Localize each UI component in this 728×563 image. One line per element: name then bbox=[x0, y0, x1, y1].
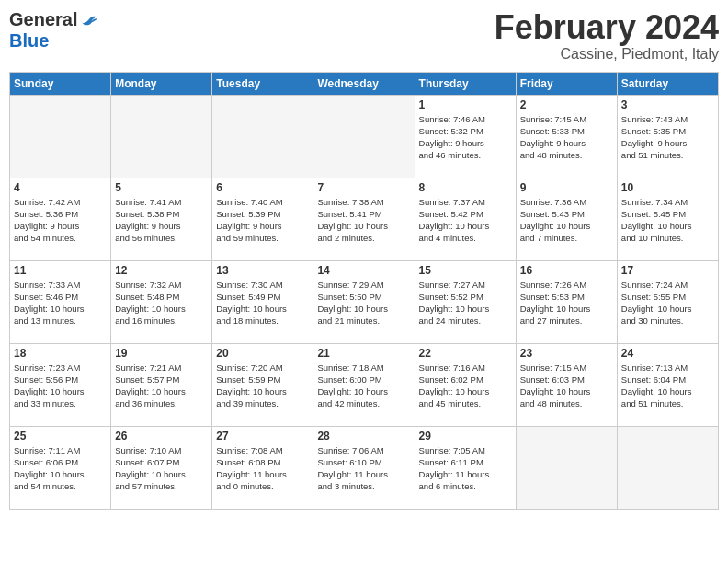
day-number: 17 bbox=[621, 264, 714, 277]
day-number: 25 bbox=[14, 430, 107, 442]
day-detail: Sunrise: 7:33 AM Sunset: 5:46 PM Dayligh… bbox=[14, 279, 107, 327]
calendar-day-cell: 23Sunrise: 7:15 AM Sunset: 6:03 PM Dayli… bbox=[516, 343, 617, 426]
location-text: Cassine, Piedmont, Italy bbox=[495, 46, 719, 63]
weekday-header-thursday: Thursday bbox=[415, 72, 516, 95]
day-detail: Sunrise: 7:16 AM Sunset: 6:02 PM Dayligh… bbox=[419, 362, 512, 410]
calendar-day-cell bbox=[313, 95, 415, 178]
weekday-header-saturday: Saturday bbox=[617, 72, 718, 95]
day-detail: Sunrise: 7:40 AM Sunset: 5:39 PM Dayligh… bbox=[216, 196, 309, 245]
day-detail: Sunrise: 7:43 AM Sunset: 5:35 PM Dayligh… bbox=[621, 113, 714, 162]
calendar-week-row: 18Sunrise: 7:23 AM Sunset: 5:56 PM Dayli… bbox=[10, 343, 719, 426]
weekday-header-wednesday: Wednesday bbox=[313, 72, 415, 95]
day-number: 6 bbox=[216, 181, 309, 194]
calendar-day-cell: 17Sunrise: 7:24 AM Sunset: 5:55 PM Dayli… bbox=[617, 260, 718, 343]
day-detail: Sunrise: 7:29 AM Sunset: 5:50 PM Dayligh… bbox=[317, 279, 410, 327]
day-number: 14 bbox=[317, 264, 410, 277]
day-detail: Sunrise: 7:05 AM Sunset: 6:11 PM Dayligh… bbox=[419, 444, 512, 493]
day-number: 4 bbox=[14, 181, 107, 194]
calendar-day-cell: 10Sunrise: 7:34 AM Sunset: 5:45 PM Dayli… bbox=[617, 178, 718, 260]
day-detail: Sunrise: 7:10 AM Sunset: 6:07 PM Dayligh… bbox=[115, 444, 208, 493]
calendar-week-row: 1Sunrise: 7:46 AM Sunset: 5:32 PM Daylig… bbox=[10, 95, 719, 178]
calendar-week-row: 25Sunrise: 7:11 AM Sunset: 6:06 PM Dayli… bbox=[10, 426, 719, 509]
calendar-day-cell: 22Sunrise: 7:16 AM Sunset: 6:02 PM Dayli… bbox=[415, 343, 516, 426]
day-number: 5 bbox=[115, 181, 208, 194]
weekday-header-row: SundayMondayTuesdayWednesdayThursdayFrid… bbox=[10, 72, 719, 95]
calendar-day-cell: 1Sunrise: 7:46 AM Sunset: 5:32 PM Daylig… bbox=[415, 95, 516, 178]
day-detail: Sunrise: 7:23 AM Sunset: 5:56 PM Dayligh… bbox=[14, 362, 107, 410]
day-detail: Sunrise: 7:11 AM Sunset: 6:06 PM Dayligh… bbox=[14, 444, 107, 493]
day-detail: Sunrise: 7:34 AM Sunset: 5:45 PM Dayligh… bbox=[621, 196, 714, 245]
day-number: 3 bbox=[621, 98, 714, 111]
calendar-day-cell: 20Sunrise: 7:20 AM Sunset: 5:59 PM Dayli… bbox=[212, 343, 313, 426]
day-number: 10 bbox=[621, 181, 714, 194]
day-number: 1 bbox=[419, 98, 512, 111]
day-detail: Sunrise: 7:38 AM Sunset: 5:41 PM Dayligh… bbox=[317, 196, 410, 245]
day-number: 22 bbox=[419, 347, 512, 360]
calendar-week-row: 11Sunrise: 7:33 AM Sunset: 5:46 PM Dayli… bbox=[10, 260, 719, 343]
calendar-day-cell: 21Sunrise: 7:18 AM Sunset: 6:00 PM Dayli… bbox=[313, 343, 415, 426]
day-detail: Sunrise: 7:21 AM Sunset: 5:57 PM Dayligh… bbox=[115, 362, 208, 410]
calendar-day-cell: 24Sunrise: 7:13 AM Sunset: 6:04 PM Dayli… bbox=[617, 343, 718, 426]
day-number: 27 bbox=[216, 430, 309, 442]
calendar-day-cell: 8Sunrise: 7:37 AM Sunset: 5:42 PM Daylig… bbox=[415, 178, 516, 260]
day-number: 7 bbox=[317, 181, 410, 194]
calendar-day-cell bbox=[516, 426, 617, 509]
calendar-day-cell: 19Sunrise: 7:21 AM Sunset: 5:57 PM Dayli… bbox=[111, 343, 212, 426]
day-detail: Sunrise: 7:08 AM Sunset: 6:08 PM Dayligh… bbox=[216, 444, 309, 493]
day-number: 26 bbox=[115, 430, 208, 442]
calendar-day-cell: 12Sunrise: 7:32 AM Sunset: 5:48 PM Dayli… bbox=[111, 260, 212, 343]
calendar-day-cell: 14Sunrise: 7:29 AM Sunset: 5:50 PM Dayli… bbox=[313, 260, 415, 343]
logo-general-text: General bbox=[9, 9, 77, 30]
calendar-day-cell: 28Sunrise: 7:06 AM Sunset: 6:10 PM Dayli… bbox=[313, 426, 415, 509]
day-detail: Sunrise: 7:32 AM Sunset: 5:48 PM Dayligh… bbox=[115, 279, 208, 327]
calendar-day-cell: 3Sunrise: 7:43 AM Sunset: 5:35 PM Daylig… bbox=[617, 95, 718, 178]
day-detail: Sunrise: 7:30 AM Sunset: 5:49 PM Dayligh… bbox=[216, 279, 309, 327]
day-number: 23 bbox=[520, 347, 613, 360]
logo-blue-text: Blue bbox=[9, 30, 49, 52]
day-detail: Sunrise: 7:26 AM Sunset: 5:53 PM Dayligh… bbox=[520, 279, 613, 327]
day-detail: Sunrise: 7:13 AM Sunset: 6:04 PM Dayligh… bbox=[621, 362, 714, 410]
day-detail: Sunrise: 7:06 AM Sunset: 6:10 PM Dayligh… bbox=[317, 444, 410, 493]
calendar-day-cell bbox=[111, 95, 212, 178]
calendar-day-cell: 4Sunrise: 7:42 AM Sunset: 5:36 PM Daylig… bbox=[10, 178, 111, 260]
day-number: 18 bbox=[14, 347, 107, 360]
day-number: 12 bbox=[115, 264, 208, 277]
weekday-header-friday: Friday bbox=[516, 72, 617, 95]
day-detail: Sunrise: 7:42 AM Sunset: 5:36 PM Dayligh… bbox=[14, 196, 107, 245]
page-header: General Blue February 2024 Cassine, Pied… bbox=[9, 9, 719, 63]
title-area: February 2024 Cassine, Piedmont, Italy bbox=[495, 9, 719, 63]
day-number: 20 bbox=[216, 347, 309, 360]
calendar-day-cell: 18Sunrise: 7:23 AM Sunset: 5:56 PM Dayli… bbox=[10, 343, 111, 426]
day-detail: Sunrise: 7:41 AM Sunset: 5:38 PM Dayligh… bbox=[115, 196, 208, 245]
month-title: February 2024 bbox=[495, 9, 719, 46]
calendar-table: SundayMondayTuesdayWednesdayThursdayFrid… bbox=[9, 72, 719, 510]
calendar-day-cell: 25Sunrise: 7:11 AM Sunset: 6:06 PM Dayli… bbox=[10, 426, 111, 509]
calendar-day-cell: 13Sunrise: 7:30 AM Sunset: 5:49 PM Dayli… bbox=[212, 260, 313, 343]
weekday-header-sunday: Sunday bbox=[10, 72, 111, 95]
day-detail: Sunrise: 7:37 AM Sunset: 5:42 PM Dayligh… bbox=[419, 196, 512, 245]
calendar-day-cell: 29Sunrise: 7:05 AM Sunset: 6:11 PM Dayli… bbox=[415, 426, 516, 509]
day-detail: Sunrise: 7:20 AM Sunset: 5:59 PM Dayligh… bbox=[216, 362, 309, 410]
calendar-day-cell: 15Sunrise: 7:27 AM Sunset: 5:52 PM Dayli… bbox=[415, 260, 516, 343]
day-number: 16 bbox=[520, 264, 613, 277]
day-number: 13 bbox=[216, 264, 309, 277]
day-detail: Sunrise: 7:15 AM Sunset: 6:03 PM Dayligh… bbox=[520, 362, 613, 410]
calendar-day-cell bbox=[617, 426, 718, 509]
weekday-header-monday: Monday bbox=[111, 72, 212, 95]
calendar-day-cell: 6Sunrise: 7:40 AM Sunset: 5:39 PM Daylig… bbox=[212, 178, 313, 260]
calendar-day-cell: 11Sunrise: 7:33 AM Sunset: 5:46 PM Dayli… bbox=[10, 260, 111, 343]
calendar-day-cell: 2Sunrise: 7:45 AM Sunset: 5:33 PM Daylig… bbox=[516, 95, 617, 178]
day-number: 29 bbox=[419, 430, 512, 442]
logo-bird-icon bbox=[79, 11, 97, 29]
day-number: 2 bbox=[520, 98, 613, 111]
calendar-day-cell: 7Sunrise: 7:38 AM Sunset: 5:41 PM Daylig… bbox=[313, 178, 415, 260]
calendar-day-cell: 27Sunrise: 7:08 AM Sunset: 6:08 PM Dayli… bbox=[212, 426, 313, 509]
calendar-day-cell: 26Sunrise: 7:10 AM Sunset: 6:07 PM Dayli… bbox=[111, 426, 212, 509]
calendar-week-row: 4Sunrise: 7:42 AM Sunset: 5:36 PM Daylig… bbox=[10, 178, 719, 260]
calendar-day-cell: 5Sunrise: 7:41 AM Sunset: 5:38 PM Daylig… bbox=[111, 178, 212, 260]
day-number: 15 bbox=[419, 264, 512, 277]
logo: General Blue bbox=[9, 9, 97, 52]
day-number: 8 bbox=[419, 181, 512, 194]
day-detail: Sunrise: 7:27 AM Sunset: 5:52 PM Dayligh… bbox=[419, 279, 512, 327]
day-number: 19 bbox=[115, 347, 208, 360]
